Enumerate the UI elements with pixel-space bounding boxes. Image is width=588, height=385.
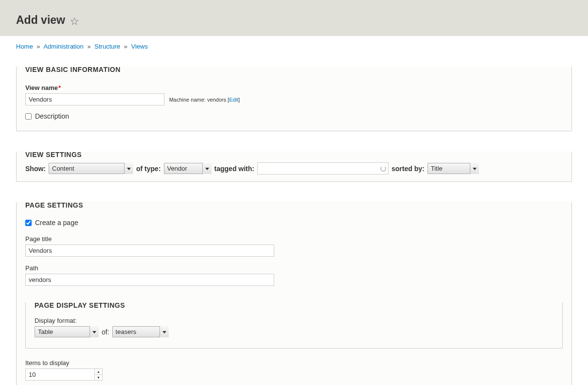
view-name-input[interactable] (25, 93, 164, 105)
machine-name-edit-link[interactable]: Edit (229, 97, 238, 103)
tagged-with-label: tagged with: (214, 165, 254, 173)
page-title-label: Page title (25, 235, 563, 243)
view-basic-info-legend: View basic information (17, 59, 571, 73)
view-settings-legend: View settings (17, 144, 571, 158)
breadcrumb-sep: » (36, 43, 40, 50)
tagged-with-input[interactable] (257, 162, 389, 175)
show-label: Show: (25, 165, 46, 173)
show-select-wrap: Content (49, 163, 133, 174)
description-checkbox[interactable] (25, 113, 32, 120)
display-format-label: Display format: (35, 317, 553, 324)
breadcrumb-views[interactable]: Views (131, 43, 148, 50)
required-icon: * (58, 84, 61, 91)
machine-name-text: Machine name: vendors [Edit] (169, 97, 240, 103)
breadcrumb-home[interactable]: Home (16, 43, 33, 50)
create-page-checkbox[interactable] (25, 220, 32, 226)
page-settings-panel: Page settings Create a page Page title P… (16, 194, 572, 385)
display-format-select-wrap: Table (35, 326, 99, 337)
tagged-input-wrap (257, 162, 389, 175)
view-basic-info-panel: View basic information View name* Machin… (16, 59, 572, 131)
page-display-settings-legend: Page display settings (26, 295, 562, 309)
sorted-select-wrap: Title (428, 163, 479, 174)
sorted-by-select[interactable]: Title (428, 163, 479, 174)
spinner-up-icon[interactable]: ▲ (94, 369, 102, 375)
type-select[interactable]: Vendor (164, 163, 212, 174)
items-to-display-label: Items to display (25, 359, 563, 367)
display-format-select[interactable]: Table (35, 326, 99, 337)
breadcrumb-sep: » (124, 43, 127, 50)
path-input[interactable] (25, 274, 274, 286)
page-title: Add view (16, 14, 65, 27)
breadcrumb-admin[interactable]: Administration (43, 43, 83, 50)
of-select-wrap: teasers (112, 326, 169, 337)
page-display-settings-panel: Page display settings Display format: Ta… (25, 295, 563, 349)
path-label: Path (25, 264, 563, 272)
show-select[interactable]: Content (49, 163, 133, 174)
breadcrumb-sep: » (87, 43, 90, 50)
description-label[interactable]: Description (35, 112, 69, 120)
header-bar: Add view (0, 0, 588, 36)
of-select[interactable]: teasers (112, 326, 169, 337)
of-type-label: of type: (136, 165, 161, 173)
sorted-by-label: sorted by: (392, 165, 425, 173)
breadcrumb: Home » Administration » Structure » View… (16, 43, 572, 50)
view-settings-panel: View settings Show: Content of type: Ven… (16, 144, 572, 182)
spinner-down-icon[interactable]: ▼ (94, 375, 102, 380)
view-name-label: View name* (25, 84, 563, 91)
of-label: of: (102, 328, 109, 336)
items-spinner-wrap: ▲ ▼ (25, 368, 103, 381)
items-to-display-input[interactable] (25, 368, 103, 381)
create-page-label[interactable]: Create a page (35, 219, 78, 227)
page-settings-legend: Page settings (17, 194, 571, 209)
type-select-wrap: Vendor (164, 163, 212, 174)
star-icon[interactable] (70, 17, 79, 27)
spinner-buttons: ▲ ▼ (94, 369, 102, 380)
throbber-icon (380, 166, 386, 172)
page-title-input[interactable] (25, 245, 274, 257)
breadcrumb-structure[interactable]: Structure (94, 43, 120, 50)
